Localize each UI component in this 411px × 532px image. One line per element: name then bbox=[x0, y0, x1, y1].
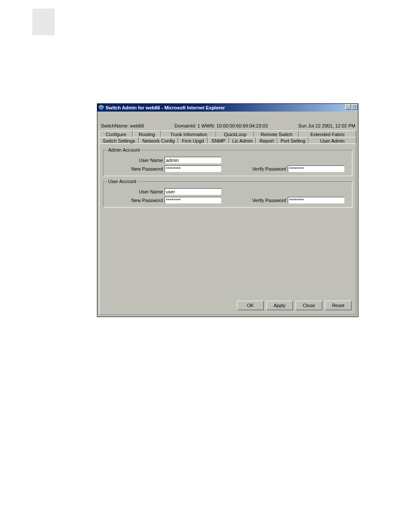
minimize-button[interactable]: _ bbox=[345, 104, 351, 110]
user-username-input[interactable] bbox=[165, 188, 221, 195]
tab-port-setting[interactable]: Port Setting bbox=[277, 137, 308, 143]
page-margin-block bbox=[32, 9, 55, 35]
content-area: Configure Routing Trunk Information Quic… bbox=[97, 131, 358, 317]
maximize-button[interactable]: □ bbox=[352, 104, 358, 110]
timestamp-label: Sun Jul 22 2001, 12:02 PM bbox=[298, 123, 355, 128]
tab-row-2: Switch Settings Network Config Firm Upgd… bbox=[99, 137, 356, 143]
tab-lic-admin[interactable]: Lic Admin bbox=[229, 137, 256, 143]
ie-window: Switch Admin for web66 - Microsoft Inter… bbox=[97, 103, 358, 317]
user-account-group: User Account User Name New Password Veri… bbox=[103, 179, 352, 208]
admin-username-label: User Name bbox=[107, 158, 165, 163]
tab-switch-settings[interactable]: Switch Settings bbox=[99, 137, 139, 143]
tab-snmp[interactable]: SNMP bbox=[208, 137, 229, 143]
user-newpassword-label: New Password bbox=[107, 198, 165, 203]
switch-name-label: SwitchName: web66 bbox=[101, 123, 144, 128]
user-account-legend: User Account bbox=[107, 179, 137, 184]
window-title: Switch Admin for web66 - Microsoft Inter… bbox=[106, 105, 225, 110]
admin-account-group: Admin Account User Name New Password Ver… bbox=[103, 147, 352, 176]
tab-network-config[interactable]: Network Config bbox=[139, 137, 178, 143]
tab-firm-upgd[interactable]: Firm Upgd bbox=[178, 137, 208, 143]
tab-quickloop[interactable]: QuickLoop bbox=[216, 131, 254, 137]
ok-button[interactable]: OK bbox=[237, 301, 264, 310]
admin-verifypassword-label: Verify Password bbox=[234, 166, 288, 171]
admin-account-legend: Admin Account bbox=[107, 147, 141, 152]
tab-configure[interactable]: Configure bbox=[99, 131, 133, 137]
titlebar[interactable]: Switch Admin for web66 - Microsoft Inter… bbox=[97, 104, 358, 112]
admin-newpassword-input[interactable] bbox=[165, 165, 221, 172]
close-button[interactable]: Close bbox=[296, 301, 322, 310]
tab-extended-fabric[interactable]: Extended Fabric bbox=[299, 131, 356, 137]
menubar-spacer bbox=[97, 112, 358, 121]
tab-panel-user-admin: Admin Account User Name New Password Ver… bbox=[99, 143, 356, 315]
user-newpassword-input[interactable] bbox=[165, 197, 221, 204]
info-header: SwitchName: web66 DomainId: 1 WWN: 10:00… bbox=[97, 121, 358, 131]
user-verifypassword-input[interactable] bbox=[288, 197, 345, 204]
ie-icon bbox=[98, 105, 104, 111]
reset-button[interactable]: Reset bbox=[325, 301, 352, 310]
admin-newpassword-label: New Password bbox=[107, 166, 165, 171]
tab-report[interactable]: Report bbox=[256, 137, 277, 143]
action-button-row: OK Apply Close Reset bbox=[234, 301, 352, 310]
tab-row-1: Configure Routing Trunk Information Quic… bbox=[99, 131, 356, 137]
tab-trunk-information[interactable]: Trunk Information bbox=[161, 131, 216, 137]
domain-wwn-label: DomainId: 1 WWN: 10:00:00:60:69:04:23:03 bbox=[174, 123, 268, 128]
user-verifypassword-label: Verify Password bbox=[234, 198, 288, 203]
user-username-label: User Name bbox=[107, 189, 165, 194]
window-buttons: _ □ bbox=[345, 104, 358, 110]
admin-username-input[interactable] bbox=[165, 157, 221, 164]
tab-routing[interactable]: Routing bbox=[133, 131, 161, 137]
tab-remote-switch[interactable]: Remote Switch bbox=[254, 131, 299, 137]
apply-button[interactable]: Apply bbox=[266, 301, 293, 310]
tab-user-admin[interactable]: User Admin bbox=[308, 137, 356, 143]
admin-verifypassword-input[interactable] bbox=[288, 165, 345, 172]
